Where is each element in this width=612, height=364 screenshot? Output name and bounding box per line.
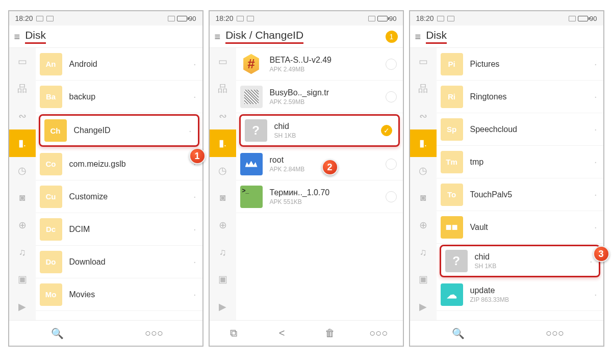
callout-1: 1 (189, 148, 206, 164)
item-menu-dot[interactable]: · (594, 156, 597, 168)
list-item[interactable]: CuCustomize· (36, 180, 202, 213)
select-circle[interactable] (386, 91, 397, 102)
sidebar-network[interactable]: 品 (210, 75, 236, 102)
item-subtext: APK 2.59MB (270, 98, 386, 106)
list-item[interactable]: ?chidSH 1KB· (440, 245, 600, 277)
list-item[interactable]: Термин.._1.0.70APK 551KB (236, 180, 403, 213)
delete-button[interactable]: 🗑 (306, 321, 354, 346)
sidebar-cloud[interactable]: ∾ (210, 102, 236, 129)
file-list[interactable]: #BETA-S..U-v2.49APK 2.49MBBusyBo.._sign.… (236, 48, 403, 320)
item-menu-dot[interactable]: · (193, 289, 196, 300)
item-name: DCIM (69, 225, 189, 234)
select-circle[interactable] (381, 125, 392, 136)
list-item[interactable]: DoDownload· (36, 246, 202, 278)
item-menu-dot[interactable]: · (594, 189, 597, 200)
sidebar-local[interactable]: ▮. (410, 129, 437, 157)
list-item[interactable]: SpSpeechcloud· (437, 113, 603, 146)
sidebar-local[interactable]: ▮. (9, 129, 36, 157)
select-circle[interactable] (386, 59, 397, 70)
item-menu-dot[interactable]: · (594, 58, 597, 70)
sidebar-music[interactable]: ♫ (410, 239, 437, 266)
hamburger-icon[interactable]: ≡ (415, 32, 421, 42)
item-menu-dot[interactable]: · (594, 289, 597, 300)
sidebar-recent[interactable]: ◷ (210, 157, 236, 184)
sidebar-recent[interactable]: ◷ (9, 157, 36, 184)
item-name: Download (69, 257, 189, 267)
item-menu-dot[interactable]: · (193, 223, 196, 235)
list-item[interactable]: ☁updateZIP 863.33MB· (437, 278, 603, 311)
sidebar-download[interactable]: ⊕ (9, 211, 36, 238)
list-item[interactable]: BusyBo.._sign.trAPK 2.59MB (236, 81, 403, 113)
item-thumb: To (441, 184, 463, 206)
list-item[interactable]: rootAPK 2.84MB (236, 148, 403, 180)
item-menu-dot[interactable]: · (594, 221, 597, 233)
search-button[interactable]: 🔍 (9, 321, 106, 346)
sidebar-network[interactable]: 品 (410, 75, 437, 102)
sidebar-video[interactable]: ▶ (9, 293, 36, 320)
list-item[interactable]: ■■Vault· (437, 211, 603, 244)
list-item[interactable]: ChChangeID· (39, 114, 199, 147)
list-item[interactable]: AnAndroid· (36, 48, 202, 81)
sidebar-music[interactable]: ♫ (9, 239, 36, 266)
sidebar-cloud[interactable]: ∾ (410, 102, 437, 129)
list-item[interactable]: Babackup· (36, 81, 202, 113)
sidebar-cloud[interactable]: ∾ (9, 102, 36, 129)
item-menu-dot[interactable]: · (594, 91, 597, 102)
more-button[interactable]: ○○○ (506, 321, 603, 346)
sidebar-images[interactable]: ▣ (210, 266, 236, 293)
sidebar-download[interactable]: ⊕ (210, 211, 236, 238)
sidebar-images[interactable]: ▣ (410, 266, 437, 293)
item-menu-dot[interactable]: · (193, 91, 196, 102)
sidebar-storage[interactable]: ▭ (9, 48, 36, 75)
list-item[interactable]: PiPictures· (437, 48, 603, 81)
paste-button[interactable]: ⧉ (210, 321, 258, 346)
item-thumb: Ba (40, 86, 62, 108)
item-info: updateZIP 863.33MB (470, 286, 590, 303)
more-button[interactable]: ○○○ (354, 321, 403, 346)
hamburger-icon[interactable]: ≡ (215, 32, 221, 42)
list-item[interactable]: Cocom.meizu.gslb· (36, 148, 202, 180)
sidebar-local[interactable]: ▮. (210, 129, 236, 157)
sidebar-download[interactable]: ⊕ (410, 211, 437, 238)
share-button[interactable]: < (258, 321, 306, 346)
item-info: TouchPalv5 (470, 190, 590, 199)
item-name: Movies (69, 290, 189, 299)
hamburger-icon[interactable]: ≡ (14, 32, 20, 42)
item-name: chid (274, 122, 381, 131)
item-name: backup (69, 92, 189, 101)
item-menu-dot[interactable]: · (594, 123, 597, 135)
sidebar-video[interactable]: ▶ (410, 293, 437, 320)
file-list[interactable]: PiPictures·RiRingtones·SpSpeechcloud·Tmt… (437, 48, 603, 320)
list-item[interactable]: Tmtmp· (437, 146, 603, 178)
item-menu-dot[interactable]: · (189, 125, 192, 137)
select-circle[interactable] (386, 191, 397, 202)
item-menu-dot[interactable]: · (590, 255, 593, 267)
list-item[interactable]: MoMovies· (36, 278, 202, 311)
sidebar-storage[interactable]: ▭ (210, 48, 236, 75)
list-item[interactable]: ?chidSH 1KB (239, 114, 400, 147)
list-item[interactable]: ToTouchPalv5· (437, 178, 603, 211)
item-thumb: Ch (44, 119, 67, 142)
item-menu-dot[interactable]: · (193, 191, 196, 202)
more-button[interactable]: ○○○ (106, 321, 202, 346)
list-item[interactable]: #BETA-S..U-v2.49APK 2.49MB (236, 48, 403, 81)
sidebar-video[interactable]: ▶ (210, 293, 236, 320)
list-item[interactable]: DcDCIM· (36, 213, 202, 246)
sidebar-music[interactable]: ♫ (210, 239, 236, 266)
sidebar-network[interactable]: 品 (9, 75, 36, 102)
item-menu-dot[interactable]: · (193, 58, 196, 70)
battery-icon (578, 16, 588, 21)
sidebar-camera[interactable]: ◙ (410, 184, 437, 211)
item-menu-dot[interactable]: · (193, 256, 196, 268)
select-circle[interactable] (386, 159, 397, 170)
sidebar-camera[interactable]: ◙ (9, 184, 36, 211)
sidebar-camera[interactable]: ◙ (210, 184, 236, 211)
sidebar-recent[interactable]: ◷ (410, 157, 437, 184)
search-button[interactable]: 🔍 (410, 321, 507, 346)
status-time: 18:20 (15, 14, 33, 22)
sidebar: ▭ 品 ∾ ▮. ◷ ◙ ⊕ ♫ ▣ ▶ (9, 48, 36, 320)
file-list[interactable]: AnAndroid·Babackup·ChChangeID·Cocom.meiz… (36, 48, 202, 320)
list-item[interactable]: RiRingtones· (437, 81, 603, 113)
sidebar-storage[interactable]: ▭ (410, 48, 437, 75)
sidebar-images[interactable]: ▣ (9, 266, 36, 293)
